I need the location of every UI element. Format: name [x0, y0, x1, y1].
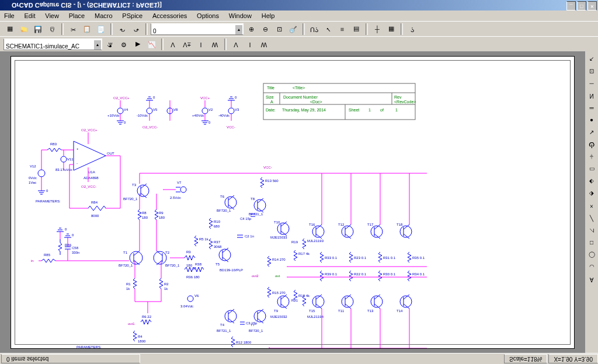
svg-text:R15 270: R15 270 — [272, 291, 286, 295]
svg-text:T6: T6 — [220, 195, 225, 198]
status-bar: 0 items selected Scale=118% X=1.90 Y=3.9… — [0, 353, 598, 364]
pal-bus-icon[interactable]: ═ — [586, 102, 597, 113]
svg-text:V8: V8 — [173, 108, 178, 111]
tb-zoomarea-icon[interactable]: 🔍 — [287, 23, 300, 36]
svg-text:of: of — [380, 108, 384, 112]
svg-text:R5 1k: R5 1k — [199, 237, 209, 241]
menu-options[interactable]: Options — [193, 10, 223, 21]
svg-text:MJL21194: MJL21194 — [307, 315, 324, 318]
svg-line-73 — [141, 184, 147, 188]
menu-place[interactable]: Place — [65, 10, 89, 21]
menu-accessories[interactable]: Accessories — [148, 10, 191, 21]
pal-rect-icon[interactable]: □ — [586, 236, 597, 248]
tb-copy-icon[interactable]: 📋 — [81, 23, 93, 36]
svg-line-115 — [228, 195, 234, 200]
svg-text:T7: T7 — [251, 323, 255, 327]
pal-busentry-icon[interactable]: ↘ — [586, 126, 597, 138]
tb-grid-icon[interactable]: ▦ — [385, 23, 398, 36]
svg-text:R33 0.1: R33 0.1 — [325, 256, 338, 260]
place-palette: ↖ ⊡ ─ N ═ ● ↘ ⏻ ⏚ ▭ ⬖ ⬗ × ╱ ⩘ □ ◯ ◡ A — [585, 51, 598, 354]
tb-paste-icon[interactable]: 📄 — [95, 23, 107, 36]
minimize-button[interactable]: _ — [566, 1, 576, 10]
tb-run-icon[interactable]: ▶ — [131, 38, 144, 51]
svg-text:R9: R9 — [159, 211, 164, 215]
pal-text-icon[interactable]: A — [586, 273, 597, 285]
pal-line-icon[interactable]: ╱ — [586, 212, 597, 223]
svg-text:R4: R4 — [138, 335, 142, 338]
tb-imarker-icon[interactable]: I — [194, 38, 207, 51]
tb-wmarker-icon[interactable]: W — [208, 38, 221, 51]
svg-text:MJE15033: MJE15033 — [270, 236, 287, 239]
tb-vmarker-icon[interactable]: V — [166, 38, 179, 51]
tb-redo-icon[interactable]: ↷ — [130, 23, 142, 36]
tb-open-icon[interactable]: 📁 — [18, 23, 30, 36]
pal-hier-icon[interactable]: ▭ — [586, 163, 597, 174]
menu-macro[interactable]: Macro — [91, 10, 117, 21]
pal-power-icon[interactable]: ⏻ — [586, 138, 597, 150]
net-combo[interactable]: 0 — [151, 23, 244, 35]
menu-help[interactable]: Help — [258, 10, 279, 21]
maximize-button[interactable]: □ — [577, 1, 586, 10]
tb-annotate-icon[interactable]: U? — [308, 23, 321, 36]
svg-text:T15: T15 — [309, 309, 315, 313]
tb-undo-icon[interactable]: ↶ — [116, 23, 128, 36]
pal-ellipse-icon[interactable]: ◯ — [586, 249, 597, 260]
pal-port-icon[interactable]: ⬖ — [586, 175, 597, 187]
tb-help-icon[interactable]: ? — [406, 23, 419, 36]
tb-newsim-icon[interactable]: ⚗ — [103, 38, 116, 51]
tb-print-icon[interactable]: ⎙ — [46, 23, 58, 36]
svg-point-98 — [187, 296, 193, 302]
svg-text:Size: Size — [266, 95, 274, 99]
svg-text:MJE15032: MJE15032 — [270, 315, 287, 318]
svg-line-205 — [404, 304, 409, 309]
tb-zoomin-icon[interactable]: ⊕ — [245, 23, 258, 36]
pal-select-icon[interactable]: ↖ — [586, 52, 597, 64]
pal-netalias-icon[interactable]: N — [586, 89, 597, 101]
svg-text:T9: T9 — [274, 309, 279, 313]
pal-noconnect-icon[interactable]: × — [586, 200, 597, 211]
svg-text:R10: R10 — [214, 220, 221, 223]
tb-netlist-icon[interactable]: ≡ — [336, 23, 349, 36]
pal-part-icon[interactable]: ⊡ — [586, 65, 597, 76]
svg-text:180: 180 — [142, 216, 148, 219]
svg-text:O2_VCC-: O2_VCC- — [142, 125, 158, 129]
tb-vdiff-icon[interactable]: V± — [180, 38, 193, 51]
tb-biasw-icon[interactable]: W — [258, 38, 270, 51]
tb-zoomout-icon[interactable]: ⊖ — [259, 23, 272, 36]
tb-zoomfit-icon[interactable]: ⊡ — [273, 23, 286, 36]
menu-window[interactable]: Window — [225, 10, 256, 21]
tb-save-icon[interactable]: 💾 — [32, 23, 44, 36]
schematic-drawing[interactable]: V12 0Vdc 1Vac 0 R83 V11 83.17uVdc + — [11, 57, 574, 348]
pal-polyline-icon[interactable]: ⩘ — [586, 224, 597, 236]
schematic-canvas[interactable]: V12 0Vdc 1Vac 0 R83 V11 83.17uVdc + — [0, 51, 585, 354]
svg-line-135 — [258, 198, 263, 203]
pal-arc-icon[interactable]: ◡ — [586, 261, 597, 272]
tb-biasi-icon[interactable]: I — [244, 38, 256, 51]
tb-drc-icon[interactable]: ✓ — [322, 23, 335, 36]
pal-offpage-icon[interactable]: ⬗ — [586, 187, 597, 199]
toolbar-pspice: SCHEMATIC1-simulace_AC ⚗ ⚙ ▶ 📈 V V± I W … — [0, 36, 598, 52]
svg-text:BF720_1: BF720_1 — [119, 264, 133, 267]
svg-text:R21: R21 — [291, 299, 298, 302]
tb-new-icon[interactable]: ▦ — [4, 23, 16, 36]
tb-bom-icon[interactable]: ▤ — [350, 23, 363, 36]
menu-file[interactable]: File — [0, 10, 19, 21]
tb-editsim-icon[interactable]: ⚙ — [117, 38, 130, 51]
close-button[interactable]: × — [587, 1, 597, 10]
svg-text:R37: R37 — [214, 240, 221, 244]
pal-ground-icon[interactable]: ⏚ — [586, 150, 597, 162]
pal-junction-icon[interactable]: ● — [586, 114, 597, 125]
svg-text:V11: V11 — [67, 158, 74, 161]
tb-biasv-icon[interactable]: V — [230, 38, 242, 51]
tb-cut-icon[interactable]: ✂ — [67, 23, 79, 36]
svg-text:-10Vdc: -10Vdc — [137, 114, 148, 117]
tb-results-icon[interactable]: 📈 — [145, 38, 158, 51]
menu-view[interactable]: View — [41, 10, 63, 21]
menu-edit[interactable]: Edit — [20, 10, 40, 21]
sim-profile-combo[interactable]: SCHEMATIC1-simulace_AC — [4, 38, 102, 50]
svg-text:O2_VCC+: O2_VCC+ — [113, 96, 130, 100]
pal-wire-icon[interactable]: ─ — [586, 77, 597, 89]
tb-snap-icon[interactable]: ┼ — [371, 23, 384, 36]
svg-text:PARAMETERS:: PARAMETERS: — [36, 200, 61, 203]
menu-pspice[interactable]: PSpice — [118, 10, 147, 21]
